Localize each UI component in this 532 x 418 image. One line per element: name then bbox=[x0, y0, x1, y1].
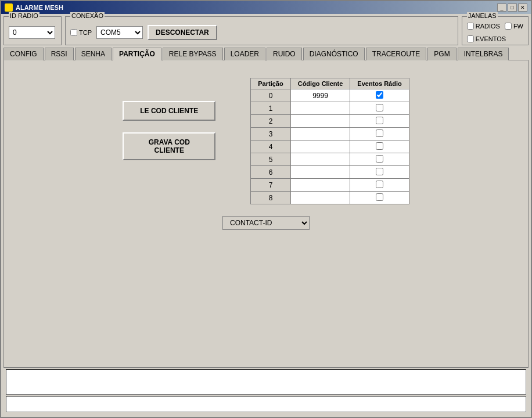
conexao-group: CONEXÃO TCP COM5 COM1 COM2 COM3 COM4 DES… bbox=[65, 16, 458, 45]
partition-number: 1 bbox=[251, 102, 290, 115]
janelas-label: JANELAS bbox=[467, 12, 498, 19]
tab-senha[interactable]: SENHA bbox=[75, 48, 112, 60]
tcp-label: TCP bbox=[79, 29, 92, 36]
id-radio-label: ID RADIO bbox=[9, 12, 39, 19]
table-row: 09999 bbox=[251, 89, 409, 102]
eventos-checkbox[interactable] bbox=[467, 35, 474, 42]
radios-checkbox[interactable] bbox=[467, 23, 474, 30]
eventos-label: EVENTOS bbox=[476, 35, 506, 42]
eventos-radio-cell[interactable] bbox=[350, 140, 409, 153]
eventos-radio-cell[interactable] bbox=[350, 128, 409, 140]
eventos-radio-cell[interactable] bbox=[350, 179, 409, 192]
bottom-panel-2 bbox=[6, 396, 526, 412]
toolbar: ID RADIO 0 1 2 CONEXÃO TCP COM5 COM1 COM… bbox=[3, 16, 529, 45]
le-cod-cliente-button[interactable]: LE COD CLIENTE bbox=[123, 101, 215, 121]
window-body: ID RADIO 0 1 2 CONEXÃO TCP COM5 COM1 COM… bbox=[1, 14, 531, 417]
partition-number: 6 bbox=[251, 166, 290, 179]
title-bar-controls: _ □ ✕ bbox=[497, 3, 527, 12]
tab-config[interactable]: CONFIG bbox=[3, 48, 44, 60]
main-window: ALARME MESH _ □ ✕ ID RADIO 0 1 2 CONEXÃO bbox=[0, 0, 532, 418]
eventos-radio-cell[interactable] bbox=[350, 166, 409, 179]
partition-number: 3 bbox=[251, 128, 290, 140]
partition-code bbox=[290, 140, 350, 153]
table-row: 6 bbox=[251, 166, 409, 179]
eventos-radio-checkbox[interactable] bbox=[376, 129, 383, 137]
eventos-radio-checkbox[interactable] bbox=[376, 91, 383, 99]
action-buttons: LE COD CLIENTE GRAVA COD CLIENTE bbox=[123, 101, 215, 160]
partition-table-container: Partição Código Cliente Eventos Rádio 09… bbox=[250, 78, 409, 204]
bottom-panels bbox=[3, 367, 529, 415]
table-row: 3 bbox=[251, 128, 409, 140]
eventos-radio-checkbox[interactable] bbox=[376, 117, 383, 124]
col-header-codigo: Código Cliente bbox=[290, 78, 350, 89]
eventos-radio-cell[interactable] bbox=[350, 102, 409, 115]
grava-cod-cliente-button[interactable]: GRAVA COD CLIENTE bbox=[123, 132, 215, 160]
fw-checkbox[interactable] bbox=[505, 23, 512, 30]
com-port-select[interactable]: COM5 COM1 COM2 COM3 COM4 bbox=[96, 26, 143, 39]
col-header-eventos: Eventos Rádio bbox=[350, 78, 409, 89]
eventos-radio-cell[interactable] bbox=[350, 115, 409, 128]
partition-code bbox=[290, 115, 350, 128]
tab-loader[interactable]: LOADER bbox=[224, 48, 265, 60]
dropdown-row: CONTACT-ID SIA ADEMCO bbox=[222, 216, 310, 230]
eventos-radio-cell[interactable] bbox=[350, 153, 409, 166]
partitions-layout: LE COD CLIENTE GRAVA COD CLIENTE Partiçã… bbox=[21, 78, 511, 204]
main-content: LE COD CLIENTE GRAVA COD CLIENTE Partiçã… bbox=[3, 60, 529, 367]
partition-number: 8 bbox=[251, 192, 290, 204]
eventos-radio-checkbox[interactable] bbox=[376, 104, 383, 111]
conexao-label: CONEXÃO bbox=[70, 12, 105, 19]
close-button[interactable]: ✕ bbox=[518, 3, 527, 12]
tcp-checkbox-label[interactable]: TCP bbox=[70, 29, 92, 36]
tab-diagnostico[interactable]: DIAGNÓSTICO bbox=[303, 48, 365, 60]
eventos-radio-checkbox[interactable] bbox=[376, 193, 383, 201]
tab-intelbras[interactable]: INTELBRAS bbox=[458, 48, 509, 60]
radios-checkbox-label[interactable]: RADIOS bbox=[467, 23, 500, 30]
eventos-radio-checkbox[interactable] bbox=[376, 181, 383, 188]
contact-id-select[interactable]: CONTACT-ID SIA ADEMCO bbox=[222, 216, 310, 230]
content-area: LE COD CLIENTE GRAVA COD CLIENTE Partiçã… bbox=[10, 66, 522, 361]
eventos-radio-checkbox[interactable] bbox=[376, 168, 383, 175]
tcp-checkbox[interactable] bbox=[70, 29, 77, 36]
partition-code: 9999 bbox=[290, 89, 350, 102]
partition-code bbox=[290, 166, 350, 179]
id-radio-group: ID RADIO 0 1 2 bbox=[3, 16, 62, 45]
tab-pgm[interactable]: PGM bbox=[427, 48, 456, 60]
partition-number: 0 bbox=[251, 89, 290, 102]
table-row: 8 bbox=[251, 192, 409, 204]
eventos-radio-checkbox[interactable] bbox=[376, 142, 383, 150]
col-header-particao: Partição bbox=[251, 78, 290, 89]
partition-code bbox=[290, 128, 350, 140]
janelas-group: JANELAS RADIOS FW EVENTOS bbox=[462, 16, 529, 45]
fw-label: FW bbox=[513, 23, 523, 30]
title-bar-title: ALARME MESH bbox=[5, 3, 63, 12]
eventos-radio-checkbox[interactable] bbox=[376, 155, 383, 163]
tab-ruido[interactable]: RUIDO bbox=[267, 48, 302, 60]
bottom-panel-1 bbox=[6, 369, 526, 395]
minimize-button[interactable]: _ bbox=[497, 3, 506, 12]
app-icon bbox=[5, 3, 13, 12]
partition-number: 4 bbox=[251, 140, 290, 153]
fw-checkbox-label[interactable]: FW bbox=[505, 23, 523, 30]
eventos-radio-cell[interactable] bbox=[350, 192, 409, 204]
eventos-radio-cell[interactable] bbox=[350, 89, 409, 102]
id-radio-select[interactable]: 0 1 2 bbox=[9, 26, 55, 39]
partition-code bbox=[290, 153, 350, 166]
partition-number: 5 bbox=[251, 153, 290, 166]
partition-number: 2 bbox=[251, 115, 290, 128]
tab-rssi[interactable]: RSSI bbox=[45, 48, 74, 60]
table-row: 2 bbox=[251, 115, 409, 128]
tabs-bar: CONFIG RSSI SENHA PARTIÇÃO RELE BYPASS L… bbox=[3, 48, 529, 60]
radios-label: RADIOS bbox=[476, 23, 500, 30]
eventos-checkbox-label[interactable]: EVENTOS bbox=[467, 35, 506, 42]
tab-particao[interactable]: PARTIÇÃO bbox=[113, 48, 161, 60]
window-title: ALARME MESH bbox=[16, 4, 63, 11]
tab-rele-bypass[interactable]: RELE BYPASS bbox=[163, 48, 223, 60]
partition-code bbox=[290, 192, 350, 204]
partition-number: 7 bbox=[251, 179, 290, 192]
partition-table: Partição Código Cliente Eventos Rádio 09… bbox=[250, 78, 409, 204]
table-row: 4 bbox=[251, 140, 409, 153]
partition-code bbox=[290, 102, 350, 115]
disconnect-button[interactable]: DESCONECTAR bbox=[148, 25, 217, 40]
tab-traceroute[interactable]: TRACEROUTE bbox=[366, 48, 427, 60]
restore-button[interactable]: □ bbox=[508, 3, 517, 12]
